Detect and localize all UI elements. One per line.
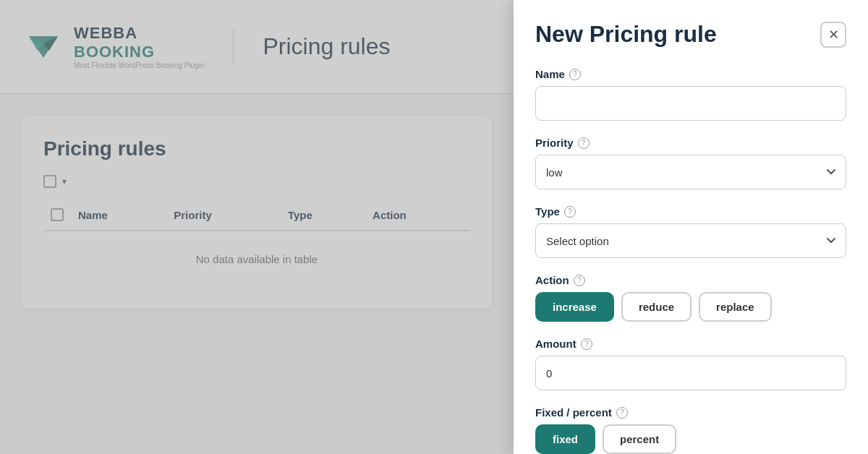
type-help-icon: ?	[564, 206, 576, 218]
priority-label: Priority ?	[535, 137, 846, 149]
action-label: Action ?	[535, 274, 846, 286]
amount-label: Amount ?	[535, 338, 846, 350]
fixed-percent-label: Fixed / percent ?	[535, 406, 846, 419]
priority-field-group: Priority ? low medium high	[535, 137, 846, 189]
type-field-group: Type ? Select option	[535, 205, 846, 258]
name-input[interactable]	[535, 86, 846, 121]
action-field-group: Action ? increase reduce replace	[535, 274, 846, 322]
name-label: Name ?	[535, 68, 846, 80]
percent-button[interactable]: percent	[603, 424, 676, 454]
action-help-icon: ?	[574, 275, 585, 286]
name-field-group: Name ?	[535, 68, 846, 121]
fixed-button[interactable]: fixed	[535, 424, 595, 454]
action-reduce-button[interactable]: reduce	[621, 292, 692, 322]
panel-header: New Pricing rule ✕	[535, 22, 846, 48]
panel-title: New Pricing rule	[535, 22, 717, 47]
fixed-percent-toggle-group: fixed percent	[535, 424, 846, 454]
side-panel: New Pricing rule ✕ Name ? Priority ? low…	[514, 0, 868, 454]
amount-help-icon: ?	[581, 338, 592, 350]
amount-input[interactable]	[535, 356, 846, 390]
fixed-percent-help-icon: ?	[616, 407, 628, 419]
priority-help-icon: ?	[578, 137, 590, 149]
type-label: Type ?	[535, 205, 846, 218]
action-toggle-group: increase reduce replace	[535, 292, 846, 322]
action-increase-button[interactable]: increase	[535, 292, 614, 322]
priority-select[interactable]: low medium high	[535, 155, 846, 189]
action-replace-button[interactable]: replace	[699, 292, 772, 322]
close-button[interactable]: ✕	[820, 22, 846, 48]
fixed-percent-field-group: Fixed / percent ? fixed percent	[535, 406, 846, 454]
name-help-icon: ?	[569, 69, 581, 80]
type-select[interactable]: Select option	[535, 223, 846, 258]
amount-field-group: Amount ?	[535, 338, 846, 390]
